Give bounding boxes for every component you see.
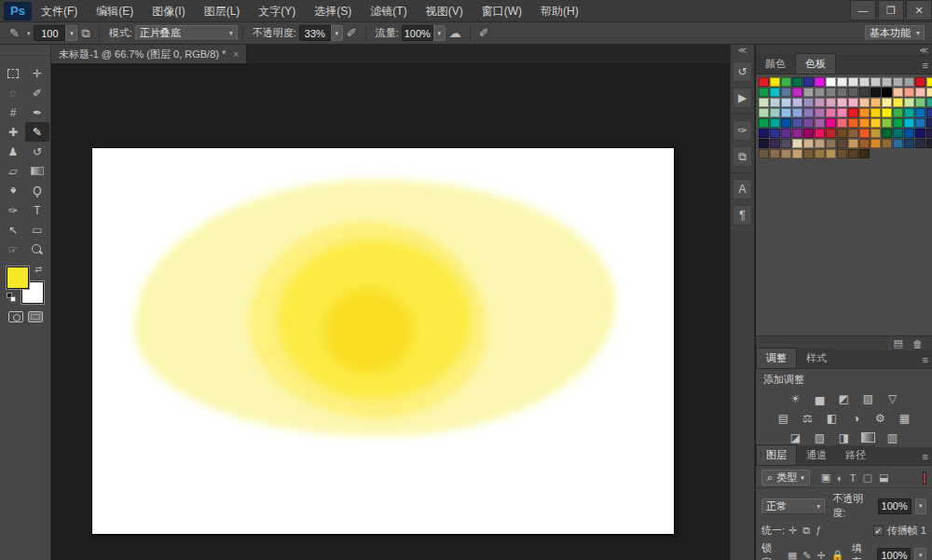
swatch-1-6[interactable]	[826, 88, 836, 97]
selective-color-icon[interactable]: ▥	[884, 430, 900, 444]
swatch-6-13[interactable]	[904, 139, 914, 148]
swatch-0-14[interactable]	[915, 77, 925, 87]
swatch-3-13[interactable]	[904, 108, 914, 117]
minimize-button[interactable]: —	[850, 0, 876, 20]
swatch-0-15[interactable]	[926, 77, 932, 87]
default-colors-icon[interactable]	[7, 293, 16, 302]
blur-tool[interactable]: ♠	[1, 181, 25, 200]
swatch-1-2[interactable]	[781, 88, 791, 97]
swatch-3-3[interactable]	[792, 108, 802, 117]
swatch-5-7[interactable]	[837, 129, 847, 138]
swatch-3-12[interactable]	[893, 108, 903, 117]
swatch-5-6[interactable]	[826, 129, 836, 138]
swatch-4-7[interactable]	[837, 118, 847, 128]
swatch-0-12[interactable]	[893, 77, 903, 87]
propagate-frames-checkbox[interactable]: ✓	[873, 526, 884, 536]
swatch-7-8[interactable]	[848, 149, 858, 158]
menu-item-4[interactable]: 文字(Y)	[249, 0, 305, 22]
swatch-6-7[interactable]	[837, 139, 847, 148]
swatch-6-1[interactable]	[770, 139, 780, 148]
swatch-1-3[interactable]	[792, 88, 802, 97]
swatch-3-14[interactable]	[915, 108, 925, 117]
swatch-1-14[interactable]	[915, 88, 925, 97]
swatch-2-5[interactable]	[815, 98, 825, 107]
move-tool[interactable]: ✛	[25, 63, 49, 83]
swatch-5-2[interactable]	[781, 129, 791, 138]
panel-menu-icon[interactable]: ≡	[923, 354, 928, 365]
tab-color[interactable]: 颜色	[756, 54, 795, 74]
hand-tool[interactable]: ☞	[1, 239, 25, 259]
pressure-opacity-icon[interactable]: ✐	[343, 26, 361, 40]
unify-style-icon[interactable]: ƒ	[816, 525, 821, 537]
flow-value[interactable]: 100%	[402, 25, 433, 41]
layer-blend-mode-select[interactable]: 正常 ▾	[761, 499, 825, 514]
paragraph-panel-icon[interactable]: ¶	[733, 205, 752, 225]
menu-item-0[interactable]: 文件(F)	[32, 0, 87, 22]
swatch-6-6[interactable]	[826, 139, 836, 148]
close-button[interactable]: ✕	[906, 0, 932, 20]
swatch-3-6[interactable]	[826, 108, 836, 117]
pressure-size-icon[interactable]: ✐	[475, 26, 493, 40]
menu-item-8[interactable]: 窗口(W)	[473, 0, 531, 22]
black-white-icon[interactable]: ◧	[824, 411, 840, 425]
threshold-icon[interactable]: ◨	[836, 430, 852, 444]
gradient-map-icon[interactable]	[860, 430, 876, 444]
swatch-6-2[interactable]	[781, 139, 791, 148]
menu-item-6[interactable]: 滤镜(T)	[361, 0, 416, 22]
swatch-4-3[interactable]	[792, 118, 802, 128]
swatch-2-6[interactable]	[826, 98, 836, 107]
swatch-5-12[interactable]	[893, 129, 903, 138]
foreground-color-swatch[interactable]	[7, 266, 29, 289]
swatch-4-12[interactable]	[893, 118, 903, 128]
lock-pixels-icon[interactable]: ✎	[802, 550, 811, 560]
filter-smart-objects-icon[interactable]: ⬓	[879, 471, 888, 484]
swatch-3-4[interactable]	[803, 108, 814, 117]
swatch-2-10[interactable]	[870, 98, 881, 107]
swatch-0-3[interactable]	[792, 77, 802, 87]
brush-panel-icon[interactable]: ✑	[733, 120, 752, 141]
swatch-1-9[interactable]	[859, 88, 870, 97]
swatch-3-9[interactable]	[859, 108, 870, 117]
swatch-3-8[interactable]	[848, 108, 858, 117]
swatch-7-3[interactable]	[792, 149, 802, 158]
pen-tool[interactable]: ✑	[1, 200, 25, 220]
swatch-5-1[interactable]	[770, 129, 780, 138]
screen-mode-icon[interactable]	[28, 311, 43, 322]
flow-dropdown-button[interactable]: ▾	[433, 25, 445, 41]
lock-all-icon[interactable]: 🔒	[831, 550, 844, 560]
swatch-0-1[interactable]	[770, 77, 780, 87]
swatch-5-0[interactable]	[759, 129, 769, 138]
spot-healing-brush-tool[interactable]: ✚	[1, 122, 25, 142]
swatch-6-0[interactable]	[759, 139, 769, 148]
swatch-1-8[interactable]	[848, 88, 858, 97]
swatch-6-5[interactable]	[815, 139, 825, 148]
tools-panel-grip[interactable]	[0, 45, 50, 56]
swatch-1-13[interactable]	[904, 88, 914, 97]
swatch-6-14[interactable]	[915, 139, 925, 148]
document-canvas[interactable]	[91, 147, 675, 535]
opacity-dropdown-button[interactable]: ▾	[331, 25, 343, 41]
swatch-2-12[interactable]	[893, 98, 903, 107]
swap-colors-icon[interactable]: ⇄	[34, 265, 42, 274]
color-balance-icon[interactable]: ⚖	[800, 411, 816, 425]
filter-adjustment-layers-icon[interactable]: ◐	[837, 472, 843, 484]
swatch-2-15[interactable]	[926, 98, 932, 107]
swatch-2-8[interactable]	[848, 98, 858, 107]
brush-tool[interactable]: ✎	[25, 122, 49, 142]
swatch-7-4[interactable]	[803, 149, 814, 158]
color-lookup-icon[interactable]: ▦	[897, 411, 912, 425]
swatch-3-1[interactable]	[770, 108, 780, 117]
swatch-7-7[interactable]	[837, 149, 847, 158]
swatch-0-2[interactable]	[781, 77, 791, 87]
swatch-0-11[interactable]	[882, 77, 892, 87]
swatch-7-6[interactable]	[826, 149, 836, 158]
crop-tool[interactable]: #	[1, 102, 25, 122]
menu-item-9[interactable]: 帮助(H)	[531, 0, 588, 22]
swatch-2-11[interactable]	[882, 98, 892, 107]
invert-icon[interactable]: ◪	[788, 430, 803, 444]
panel-menu-icon[interactable]: ≡	[923, 60, 928, 71]
tab-close-icon[interactable]: ×	[233, 49, 239, 60]
blend-mode-select[interactable]: 正片叠底 ▾	[135, 25, 238, 41]
brightness-contrast-icon[interactable]: ☀	[788, 391, 803, 405]
swatch-0-9[interactable]	[859, 77, 870, 87]
